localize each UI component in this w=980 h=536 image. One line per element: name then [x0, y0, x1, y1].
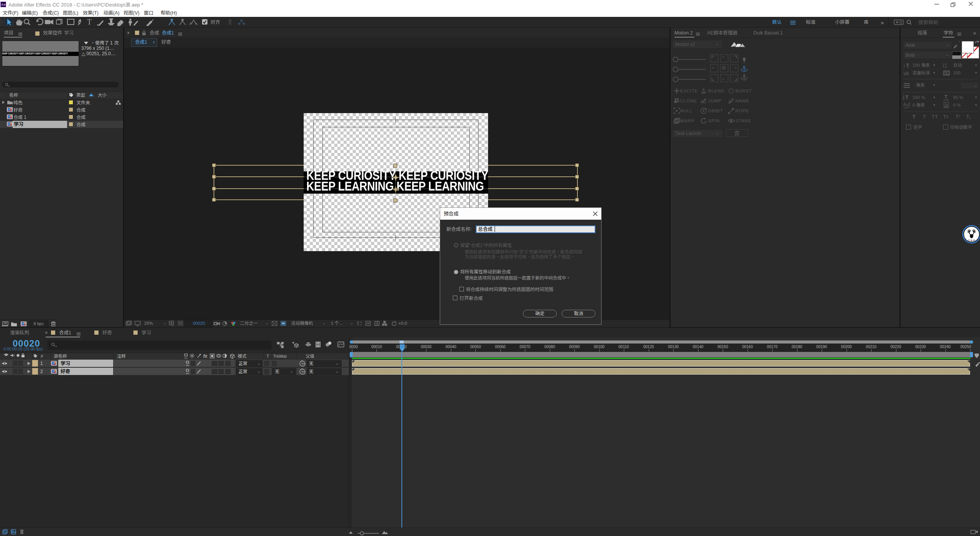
svg-text:T: T	[944, 94, 947, 100]
svg-text:A: A	[945, 65, 947, 69]
svg-text:あ: あ	[945, 103, 949, 107]
svg-text:т: т	[903, 64, 905, 68]
svg-text:fx: fx	[203, 353, 208, 359]
svg-text:行走者: 行走者	[968, 239, 975, 242]
svg-text:V̲A̲: V̲A̲	[903, 71, 909, 76]
svg-text:T: T	[906, 62, 909, 69]
svg-text:a: a	[907, 103, 909, 107]
svg-text:T: T	[87, 18, 92, 26]
svg-text:T: T	[905, 94, 909, 100]
svg-text:A: A	[903, 102, 906, 107]
